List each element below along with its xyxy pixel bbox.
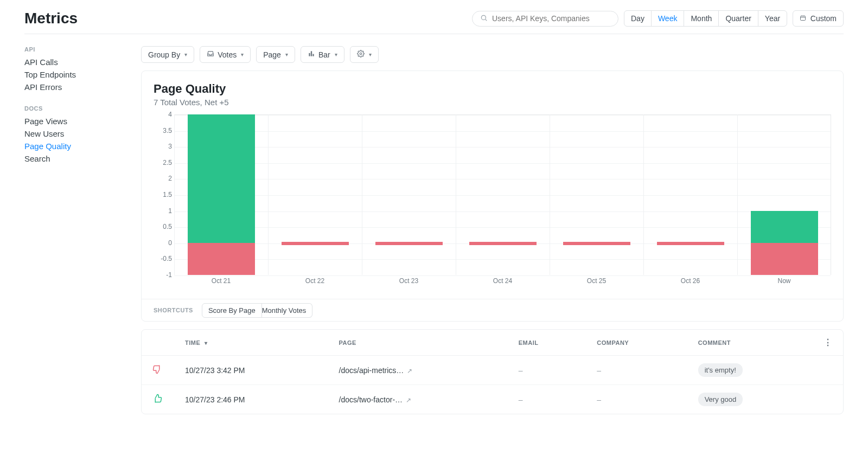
range-quarter[interactable]: Quarter: [719, 11, 758, 26]
cell-page[interactable]: /docs/two-factor-…↗: [328, 385, 508, 414]
chart-title: Page Quality: [154, 82, 831, 96]
charttype-dropdown[interactable]: Bar ▾: [301, 46, 344, 63]
votes-table: TIME ▾ PAGE EMAIL COMPANY COMMENT ⋮: [141, 329, 844, 414]
bar-zero-marker: [657, 242, 724, 245]
cell-comment: Very good: [687, 385, 813, 414]
col-page[interactable]: PAGE: [328, 330, 508, 356]
settings-dropdown[interactable]: ▾: [350, 46, 379, 63]
bar-positive[interactable]: [188, 114, 255, 243]
sidebar-item-top-endpoints[interactable]: Top Endpoints: [24, 68, 141, 81]
bar-negative[interactable]: [751, 243, 818, 275]
col-company[interactable]: COMPANY: [586, 330, 687, 356]
time-range-segmented: DayWeekMonthQuarterYear: [624, 10, 787, 27]
range-month[interactable]: Month: [684, 11, 719, 26]
external-link-icon[interactable]: ↗: [407, 367, 412, 375]
x-tick: Now: [737, 277, 831, 288]
custom-range-button[interactable]: Custom: [793, 10, 844, 27]
chevron-down-icon: ▾: [285, 52, 288, 57]
y-tick: 3: [154, 143, 172, 150]
sidebar-heading: DOCS: [24, 105, 141, 112]
chart-card: Page Quality 7 Total Votes, Net +5 -1-0.…: [141, 70, 844, 322]
cell-time: 10/27/23 3:42 PM: [174, 356, 328, 385]
thumb-down-icon: [152, 367, 162, 376]
search-input-container[interactable]: [472, 11, 618, 27]
range-day[interactable]: Day: [624, 11, 652, 26]
sidebar-item-api-errors[interactable]: API Errors: [24, 81, 141, 93]
bar-zero-marker: [563, 242, 630, 245]
sidebar-item-search[interactable]: Search: [24, 152, 141, 165]
col-email[interactable]: EMAIL: [508, 330, 586, 356]
chevron-down-icon: ▾: [241, 52, 244, 57]
chevron-down-icon: ▾: [184, 52, 187, 57]
y-tick: 1: [154, 207, 172, 215]
custom-range-label: Custom: [810, 14, 837, 23]
y-tick: -0.5: [154, 255, 172, 262]
y-tick: 4: [154, 111, 172, 118]
y-tick: 0.5: [154, 223, 172, 230]
sidebar-item-page-quality[interactable]: Page Quality: [24, 140, 141, 152]
bar-chart: -1-0.500.511.522.533.54Oct 21Oct 22Oct 2…: [154, 114, 831, 288]
groupby-dropdown[interactable]: Group By ▾: [141, 46, 194, 63]
page-dropdown[interactable]: Page ▾: [256, 46, 295, 63]
cell-company: –: [586, 385, 687, 414]
range-week[interactable]: Week: [652, 11, 685, 26]
y-tick: 0: [154, 239, 172, 247]
bar-zero-marker: [469, 242, 537, 245]
sidebar-item-new-users[interactable]: New Users: [24, 127, 141, 140]
chevron-down-icon: ▾: [369, 52, 372, 57]
col-comment[interactable]: COMMENT: [687, 330, 813, 356]
y-tick: 2.5: [154, 159, 172, 166]
table-actions-button[interactable]: ⋮: [824, 338, 833, 347]
page-label: Page: [263, 50, 281, 59]
gear-icon: [357, 50, 365, 59]
groupby-label: Group By: [148, 50, 180, 59]
x-tick: Oct 23: [362, 277, 456, 288]
bar-chart-icon: [308, 50, 315, 59]
cell-page[interactable]: /docs/api-metrics…↗: [328, 356, 508, 385]
y-tick: 3.5: [154, 127, 172, 134]
chart-subtitle: 7 Total Votes, Net +5: [154, 98, 831, 107]
search-icon: [480, 14, 488, 23]
cell-comment: it's empty!: [687, 356, 813, 385]
votes-label: Votes: [218, 50, 237, 59]
x-tick: Oct 21: [174, 277, 268, 288]
table-row[interactable]: 10/27/23 2:46 PM/docs/two-factor-…↗––Ver…: [142, 385, 843, 414]
y-tick: 1.5: [154, 191, 172, 198]
shortcuts-label: SHORTCUTS: [154, 307, 193, 313]
cell-company: –: [586, 356, 687, 385]
page-title: Metrics: [24, 10, 78, 27]
sidebar-item-page-views[interactable]: Page Views: [24, 115, 141, 127]
cell-time: 10/27/23 2:46 PM: [174, 385, 328, 414]
sidebar-item-api-calls[interactable]: API Calls: [24, 56, 141, 68]
bar-positive[interactable]: [751, 211, 818, 243]
range-year[interactable]: Year: [758, 11, 787, 26]
svg-point-0: [481, 15, 486, 20]
sidebar-heading: API: [24, 46, 141, 53]
x-tick: Oct 22: [268, 277, 362, 288]
shortcut-monthly-votes[interactable]: Monthly Votes: [256, 303, 313, 318]
svg-rect-2: [801, 16, 806, 21]
external-link-icon[interactable]: ↗: [406, 396, 411, 404]
charttype-label: Bar: [318, 50, 330, 59]
table-row[interactable]: 10/27/23 3:42 PM/docs/api-metrics…↗––it'…: [142, 356, 843, 385]
votes-dropdown[interactable]: Votes ▾: [200, 46, 251, 63]
col-time[interactable]: TIME ▾: [174, 330, 328, 356]
shortcut-score-by-page[interactable]: Score By Page: [202, 303, 262, 318]
svg-rect-8: [312, 54, 314, 56]
search-input[interactable]: [492, 14, 610, 23]
cell-email: –: [508, 356, 586, 385]
cell-email: –: [508, 385, 586, 414]
sort-desc-icon: ▾: [205, 340, 208, 346]
svg-rect-7: [311, 51, 312, 56]
bar-negative[interactable]: [188, 243, 255, 275]
x-tick: Oct 25: [550, 277, 643, 288]
bar-zero-marker: [375, 242, 443, 245]
x-tick: Oct 24: [456, 277, 550, 288]
thumb-up-icon: [152, 396, 162, 405]
calendar-icon: [800, 15, 808, 23]
svg-rect-6: [309, 53, 310, 56]
sidebar: APIAPI CallsTop EndpointsAPI ErrorsDOCSP…: [24, 46, 141, 414]
svg-line-1: [486, 19, 487, 21]
svg-point-9: [360, 53, 362, 55]
inbox-icon: [207, 50, 214, 59]
